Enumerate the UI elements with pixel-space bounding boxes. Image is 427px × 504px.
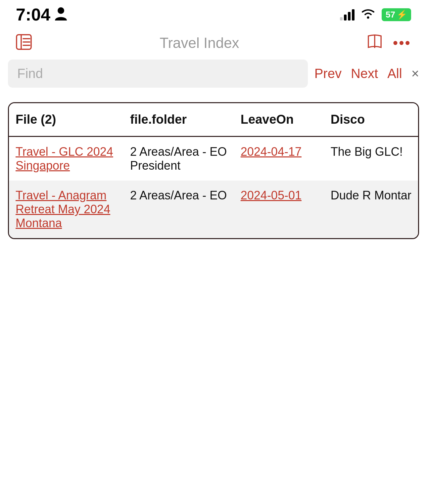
- cell-leaveon-0: 2024-04-17: [234, 137, 324, 181]
- battery-indicator: 57 ⚡: [382, 8, 411, 21]
- link-file-0[interactable]: Travel - GLC 2024 Singapore: [16, 145, 113, 172]
- find-input[interactable]: [17, 66, 299, 81]
- signal-bar-1: [340, 17, 343, 21]
- person-icon: [55, 5, 67, 24]
- column-header-file: File (2): [9, 103, 123, 137]
- cell-file-1: Travel - Anagram Retreat May 2024 Montan…: [9, 181, 123, 238]
- find-actions: Prev Next All ×: [314, 66, 419, 81]
- data-table: File (2) file.folder LeaveOn Disco Trave…: [9, 103, 418, 238]
- book-icon[interactable]: [367, 34, 382, 52]
- clock-time: 7:04: [16, 5, 50, 24]
- prev-button[interactable]: Prev: [314, 66, 342, 81]
- cell-folder-0: 2 Areas/Area - EO President: [123, 137, 234, 181]
- table-row: Travel - GLC 2024 Singapore2 Areas/Area …: [9, 137, 418, 181]
- link-leaveon-0[interactable]: 2024-04-17: [241, 145, 302, 158]
- nav-left: [16, 34, 32, 52]
- all-button[interactable]: All: [387, 66, 402, 81]
- column-header-folder: file.folder: [123, 103, 234, 137]
- cell-disco-1: Dude R Montar: [324, 181, 418, 238]
- signal-bar-4: [352, 9, 355, 21]
- cell-folder-1: 2 Areas/Area - EO: [123, 181, 234, 238]
- next-button[interactable]: Next: [351, 66, 378, 81]
- close-find-button[interactable]: ×: [411, 66, 419, 81]
- nav-bar: Travel Index •••: [0, 26, 427, 60]
- status-time-display: 7:04: [16, 5, 67, 24]
- status-bar: 7:04 57 ⚡: [0, 0, 427, 26]
- more-options-icon[interactable]: •••: [393, 35, 411, 51]
- signal-bar-2: [344, 15, 347, 21]
- signal-bars: [340, 9, 355, 21]
- svg-point-1: [367, 16, 369, 19]
- signal-bar-3: [348, 12, 351, 21]
- cell-leaveon-1: 2024-05-01: [234, 181, 324, 238]
- table-row: Travel - Anagram Retreat May 2024 Montan…: [9, 181, 418, 238]
- battery-bolt-icon: ⚡: [397, 10, 407, 20]
- find-bar: Prev Next All ×: [0, 60, 427, 96]
- page-title: Travel Index: [32, 35, 367, 51]
- link-leaveon-1[interactable]: 2024-05-01: [241, 189, 302, 202]
- sidebar-toggle-icon[interactable]: [16, 34, 32, 52]
- column-header-disco: Disco: [324, 103, 418, 137]
- wifi-icon: [360, 7, 376, 22]
- data-table-container: File (2) file.folder LeaveOn Disco Trave…: [8, 102, 419, 239]
- column-header-leaveon: LeaveOn: [234, 103, 324, 137]
- link-file-1[interactable]: Travel - Anagram Retreat May 2024 Montan…: [16, 189, 110, 230]
- find-input-wrapper: [8, 60, 308, 88]
- svg-point-0: [58, 7, 64, 14]
- battery-level: 57: [386, 10, 395, 20]
- cell-file-0: Travel - GLC 2024 Singapore: [9, 137, 123, 181]
- table-header-row: File (2) file.folder LeaveOn Disco: [9, 103, 418, 137]
- status-right-icons: 57 ⚡: [340, 7, 411, 22]
- cell-disco-0: The Big GLC!: [324, 137, 418, 181]
- nav-right-actions: •••: [367, 34, 411, 52]
